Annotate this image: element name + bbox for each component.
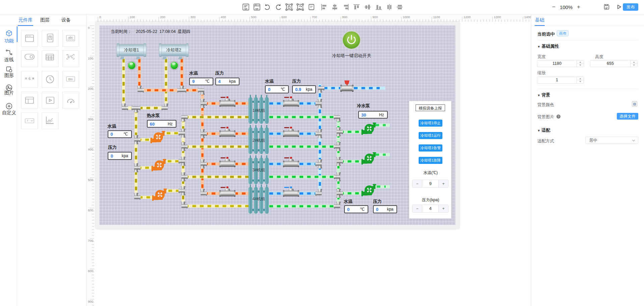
svg-text:400: 400 [221, 15, 226, 19]
svg-text:abc: abc [68, 36, 73, 39]
svg-text:1300: 1300 [494, 15, 501, 19]
svg-text:1400: 1400 [524, 15, 531, 19]
svg-text:0: 0 [99, 15, 101, 19]
svg-text:600: 600 [88, 208, 93, 212]
svg-text:100: 100 [130, 15, 135, 19]
svg-text:300: 300 [88, 117, 93, 121]
svg-text:500: 500 [251, 15, 257, 19]
svg-text:700: 700 [312, 15, 317, 19]
svg-text:500: 500 [88, 178, 93, 182]
svg-text:6: 6 [29, 77, 31, 81]
svg-text:T: T [67, 54, 69, 57]
svg-text:700: 700 [88, 239, 93, 243]
svg-text:200: 200 [160, 15, 165, 19]
svg-text:200: 200 [88, 87, 93, 90]
svg-text:1200: 1200 [464, 15, 471, 19]
svg-text:100: 100 [88, 56, 93, 60]
svg-text:0: 0 [88, 26, 90, 30]
svg-text:1100: 1100 [433, 15, 440, 19]
svg-text:600: 600 [281, 15, 287, 19]
svg-text:800: 800 [342, 15, 347, 19]
svg-text:400: 400 [88, 147, 93, 151]
svg-text:800: 800 [88, 269, 93, 273]
svg-text:Btn: Btn [68, 78, 73, 81]
svg-text:T: T [27, 120, 29, 122]
svg-text:900: 900 [88, 300, 93, 303]
svg-text:900: 900 [373, 15, 378, 19]
svg-text:1000: 1000 [403, 15, 410, 19]
svg-text:300: 300 [191, 15, 196, 19]
